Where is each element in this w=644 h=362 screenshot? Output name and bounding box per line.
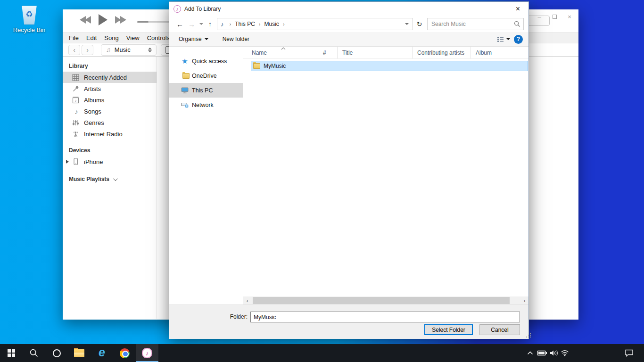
sidebar-item-genres[interactable]: Genres xyxy=(63,117,157,128)
column-header-title[interactable]: Title xyxy=(338,47,413,58)
battery-tray-icon[interactable] xyxy=(536,344,548,362)
change-view-button[interactable] xyxy=(497,36,510,42)
minimize-button[interactable]: – xyxy=(534,11,545,22)
column-header-number[interactable]: # xyxy=(318,47,338,58)
sidebar-item-artists[interactable]: Artists xyxy=(63,83,157,94)
search-input[interactable] xyxy=(428,18,523,30)
back-button[interactable]: ← xyxy=(174,20,186,28)
resize-grip[interactable] xyxy=(526,337,527,337)
column-header-album[interactable]: Album xyxy=(471,47,528,58)
address-bar[interactable]: ♪ › This PC › Music › xyxy=(217,18,413,30)
taskbar-search-button[interactable] xyxy=(23,344,45,362)
recycle-bin-desktop-icon[interactable]: ♻ Recycle Bin xyxy=(10,6,48,33)
sidebar-item-recently-added[interactable]: Recently Added xyxy=(63,72,157,83)
organise-button[interactable]: Organise xyxy=(179,36,208,42)
internet-explorer-icon: e xyxy=(99,346,105,358)
desktop: ♻ Recycle Bin – × File Edit Song View Co… xyxy=(0,0,644,362)
taskbar-file-explorer[interactable] xyxy=(68,344,91,362)
cancel-button[interactable]: Cancel xyxy=(479,324,520,335)
dialog-close-button[interactable]: × xyxy=(507,2,528,16)
action-center-button[interactable] xyxy=(622,344,636,362)
next-track-icon[interactable] xyxy=(115,16,126,24)
svg-text:♪: ♪ xyxy=(75,99,77,103)
play-icon[interactable] xyxy=(99,14,107,25)
refresh-button[interactable]: ↻ xyxy=(413,18,426,30)
album-icon: ♪ xyxy=(72,97,81,104)
file-row-mymusic[interactable]: MyMusic xyxy=(251,61,528,71)
taskbar-itunes[interactable]: ♪ xyxy=(136,344,158,362)
chrome-icon xyxy=(120,348,130,358)
horizontal-scrollbar[interactable]: ‹ › xyxy=(243,296,528,304)
iphone-icon xyxy=(72,158,81,165)
menu-song[interactable]: Song xyxy=(100,34,122,41)
media-kind-selector[interactable]: ♫ Music xyxy=(101,44,157,56)
start-button[interactable] xyxy=(0,344,23,362)
sort-ascending-icon xyxy=(281,47,286,50)
menu-edit[interactable]: Edit xyxy=(83,34,100,41)
scroll-right-arrow-icon[interactable]: › xyxy=(520,298,528,304)
itunes-sidebar: Library Recently Added Artists ♪ xyxy=(63,57,157,319)
itunes-icon: ♪ xyxy=(142,348,152,358)
dialog-toolbar: Organise New folder ? xyxy=(169,32,528,47)
breadcrumb-separator: › xyxy=(279,21,289,27)
previous-track-icon[interactable] xyxy=(80,16,91,24)
volume-tray-icon[interactable] xyxy=(548,344,560,362)
search-box[interactable] xyxy=(427,18,524,30)
sidebar-item-internet-radio[interactable]: Internet Radio xyxy=(63,128,157,140)
scroll-left-arrow-icon[interactable]: ‹ xyxy=(243,298,251,304)
dialog-navigation-pane: ★ Quick access OneDrive This PC xyxy=(169,47,243,304)
wifi-tray-icon[interactable] xyxy=(559,344,570,362)
menu-file[interactable]: File xyxy=(65,34,83,41)
genres-icon xyxy=(72,119,81,126)
recycle-bin-icon: ♻ xyxy=(21,6,38,25)
help-button[interactable]: ? xyxy=(514,35,523,44)
chevron-down-icon xyxy=(506,38,510,40)
dialog-navigation-bar: ← → ↑ ♪ › This PC › Music › ↻ xyxy=(169,16,528,32)
chevron-down-icon xyxy=(113,176,118,181)
maximize-button[interactable] xyxy=(549,11,560,22)
select-folder-button[interactable]: Select Folder xyxy=(424,324,473,335)
expander-icon[interactable] xyxy=(66,160,69,164)
up-button[interactable]: ↑ xyxy=(205,20,215,28)
folder-name-input[interactable] xyxy=(250,312,520,322)
new-folder-button[interactable]: New folder xyxy=(223,36,249,42)
itunes-forward-button[interactable]: › xyxy=(82,45,93,55)
grid-icon xyxy=(72,74,81,81)
navpane-item-network[interactable]: Network xyxy=(169,98,243,112)
forward-button[interactable]: → xyxy=(186,20,198,28)
breadcrumb-this-pc[interactable]: This PC xyxy=(235,21,255,27)
network-icon xyxy=(181,101,189,109)
breadcrumb-music[interactable]: Music xyxy=(264,21,279,27)
sidebar-header-library: Library xyxy=(63,58,157,72)
add-to-library-dialog: ♪ Add To Library × ← → ↑ ♪ › This PC › M… xyxy=(169,1,529,339)
navpane-item-this-pc[interactable]: This PC xyxy=(169,83,243,98)
cortana-button[interactable] xyxy=(45,344,68,362)
taskbar-chrome[interactable] xyxy=(113,344,136,362)
recycle-symbol-icon: ♻ xyxy=(21,9,37,19)
show-hidden-icons-button[interactable] xyxy=(524,344,536,362)
folder-icon xyxy=(253,63,260,69)
breadcrumb-separator: › xyxy=(226,21,235,27)
details-view-icon xyxy=(497,36,504,42)
music-note-icon: ♪ xyxy=(221,21,224,28)
navpane-item-quick-access[interactable]: ★ Quick access xyxy=(169,54,243,68)
sidebar-item-songs[interactable]: ♪ Songs xyxy=(63,106,157,117)
navpane-item-onedrive[interactable]: OneDrive xyxy=(169,68,243,83)
media-kind-label: Music xyxy=(115,46,131,53)
address-dropdown-chevron-icon[interactable] xyxy=(405,23,409,25)
column-header-contributing-artists[interactable]: Contributing artists xyxy=(413,47,471,58)
sidebar-item-iphone[interactable]: iPhone xyxy=(63,156,157,167)
sidebar-item-albums[interactable]: ♪ Albums xyxy=(63,94,157,106)
recent-locations-chevron-icon[interactable] xyxy=(199,23,203,25)
menu-view[interactable]: View xyxy=(123,34,143,41)
taskbar-internet-explorer[interactable]: e xyxy=(91,344,113,362)
scrollbar-thumb[interactable] xyxy=(253,297,510,304)
dialog-title: Add To Library xyxy=(184,6,221,12)
itunes-back-button[interactable]: ‹ xyxy=(68,45,80,55)
sidebar-header-music-playlists[interactable]: Music Playlists xyxy=(63,167,157,185)
breadcrumb-separator: › xyxy=(255,21,264,27)
selector-chevrons-icon xyxy=(148,48,152,52)
close-button[interactable]: × xyxy=(564,11,575,22)
file-list-area: Name # Title Contributing artists Album … xyxy=(243,47,528,304)
search-icon xyxy=(29,348,39,358)
